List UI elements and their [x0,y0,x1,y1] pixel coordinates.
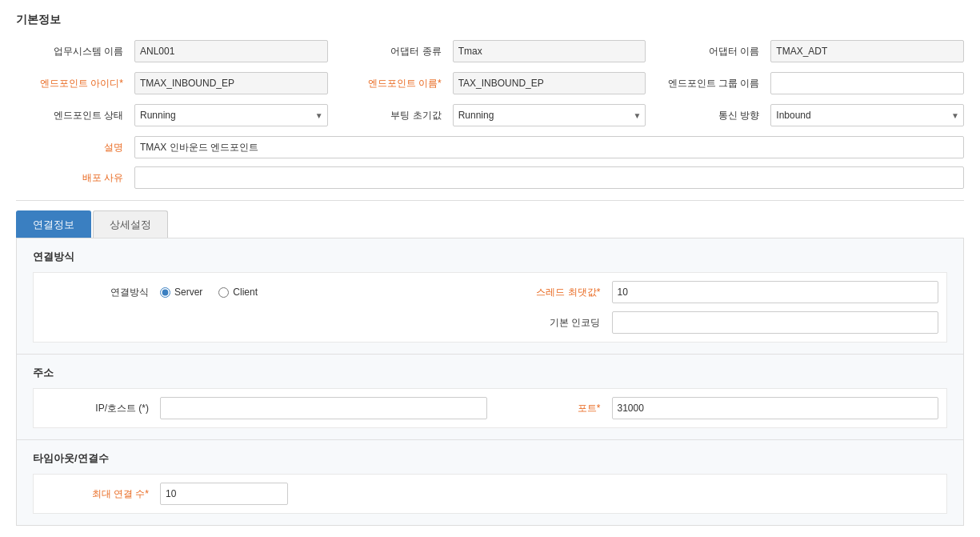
endpoint-status-wrap: Running Stopped Paused ▼ [134,104,328,126]
boot-init-label: 부팅 초기값 [334,109,446,122]
basic-form-grid: 업무시스템 이름 어댑터 종류 어댑터 이름 엔드포인트 아이디* 엔드포인트 … [16,40,964,126]
tab-detail-settings[interactable]: 상세설정 [93,210,168,238]
comm-direction-wrap: Inbound Outbound ▼ [770,104,964,126]
encoding-input[interactable] [612,311,939,334]
business-system-label: 업무시스템 이름 [16,45,128,58]
address-title: 주소 [33,363,947,380]
tab-bar: 연결정보 상세설정 [16,210,964,238]
port-input[interactable] [612,397,939,419]
endpoint-status-select[interactable]: Running Stopped Paused [134,104,328,126]
endpoint-status-label: 엔드포인트 상태 [16,109,128,122]
radio-client-label[interactable]: Client [218,287,258,298]
radio-client-text: Client [233,287,258,298]
endpoint-group-label: 엔드포인트 그룹 이름 [652,77,764,90]
port-label: 포트* [494,402,606,415]
ip-input[interactable] [160,397,487,419]
adapter-type-input[interactable] [453,40,646,62]
thread-max-label: 스레드 최댓값* [494,286,606,299]
tab-content: 연결방식 연결방식 Server Client 스레드 최댓값* 기본 인코 [16,238,964,526]
adapter-name-input[interactable] [770,40,964,62]
tab-connection-info[interactable]: 연결정보 [16,210,91,238]
endpoint-id-input[interactable] [134,72,328,94]
connection-method-section: 연결방식 연결방식 Server Client 스레드 최댓값* 기본 인코 [17,238,963,355]
comm-direction-select[interactable]: Inbound Outbound [770,104,964,126]
business-system-input[interactable] [134,40,328,62]
timeout-title: 타임아웃/연결수 [33,448,947,466]
adapter-name-label: 어댑터 이름 [652,45,764,58]
endpoint-id-label: 엔드포인트 아이디* [16,77,128,90]
radio-client[interactable] [218,287,229,298]
description-label: 설명 [16,141,128,154]
section-title-basic: 기본정보 [16,13,964,30]
connection-method-title: 연결방식 [33,246,947,264]
max-conn-label: 최대 연결 수* [42,487,154,501]
connection-method-label: 연결방식 [42,286,154,299]
boot-init-select[interactable]: Running Stopped [453,104,646,126]
endpoint-group-input[interactable] [770,72,964,94]
radio-server[interactable] [160,287,170,298]
section-divider [16,200,964,201]
timeout-section: 타임아웃/연결수 최대 연결 수* [17,440,963,525]
deploy-reason-label: 배포 사유 [16,171,128,185]
adapter-type-label: 어댑터 종류 [334,45,446,58]
ip-label: IP/호스트 (*) [42,402,154,415]
address-section: 주소 IP/호스트 (*) 포트* [17,355,963,440]
endpoint-name-input[interactable] [453,72,646,94]
radio-server-text: Server [174,287,202,298]
main-page: 기본정보 업무시스템 이름 어댑터 종류 어댑터 이름 엔드포인트 아이디* 엔… [0,0,980,537]
deploy-reason-input[interactable] [134,166,964,189]
connection-method-radio-group: Server Client [160,287,487,298]
boot-init-wrap: Running Stopped ▼ [453,104,646,126]
max-conn-input[interactable] [160,483,288,505]
thread-max-input[interactable] [612,281,939,303]
endpoint-name-label: 엔드포인트 이름* [334,77,446,90]
radio-server-label[interactable]: Server [160,287,202,298]
comm-direction-label: 통신 방향 [652,109,764,122]
encoding-label: 기본 인코딩 [494,316,606,330]
description-input[interactable] [134,136,964,158]
